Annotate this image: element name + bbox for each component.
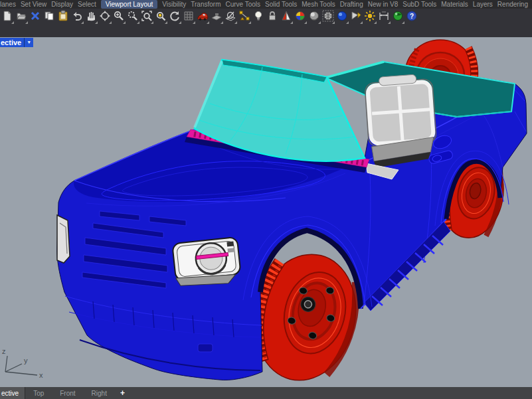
zoom-window-icon[interactable] — [141, 10, 153, 22]
osnap-icon[interactable] — [238, 10, 250, 22]
svg-text:y: y — [24, 357, 28, 364]
pan-icon[interactable] — [85, 10, 97, 22]
zoom-in-icon[interactable] — [113, 10, 125, 22]
options-icon[interactable] — [364, 10, 376, 22]
rotate-sphere-icon[interactable] — [99, 10, 111, 22]
perspective-viewport[interactable]: ective ▼ — [0, 37, 532, 387]
headlight-left — [57, 215, 70, 263]
svg-text:x: x — [39, 371, 43, 379]
help-icon[interactable]: ? — [406, 10, 418, 22]
shaded-view-icon[interactable] — [308, 10, 320, 22]
set-cplane-icon[interactable] — [224, 10, 236, 22]
menu-item-viewport-layout[interactable]: Viewport Layout — [101, 0, 158, 9]
menu-item-visibility[interactable]: Visibility — [162, 0, 186, 9]
view-tab-right[interactable]: Right — [84, 387, 115, 399]
menu-item-display[interactable]: Display — [51, 0, 73, 9]
open-file-icon[interactable] — [15, 10, 27, 22]
spotlight-icon[interactable] — [350, 10, 362, 22]
chevron-down-icon: ▼ — [27, 40, 31, 44]
menu-item-layers[interactable]: Layers — [473, 0, 493, 9]
paste-icon[interactable] — [57, 10, 69, 22]
menu-item-mesh-tools[interactable]: Mesh Tools — [302, 0, 335, 9]
menu-item-set-view[interactable]: Set View — [21, 0, 46, 9]
undo-icon[interactable] — [71, 10, 83, 22]
lock-icon[interactable] — [266, 10, 278, 22]
svg-text:?: ? — [410, 13, 414, 20]
zoom-selected-icon[interactable] — [155, 10, 167, 22]
main-toolbar: ? — [0, 9, 532, 37]
menu-item-transform[interactable]: Transform — [191, 0, 221, 9]
rendered-mesh-icon[interactable] — [322, 10, 334, 22]
seat-frame[interactable] — [364, 74, 438, 169]
named-views-icon[interactable] — [197, 10, 209, 22]
viewport-title-label[interactable]: ective — [0, 38, 24, 47]
menu-item-drafting[interactable]: Drafting — [340, 0, 363, 9]
view-tab-bar: ective Top Front Right + — [0, 387, 532, 399]
viewport-title-dropdown[interactable]: ▼ — [24, 38, 33, 47]
display-mode-icon[interactable] — [280, 10, 292, 22]
menu-item-curve-tools[interactable]: Curve Tools — [225, 0, 260, 9]
menu-item-subd-tools[interactable]: SubD Tools — [402, 0, 436, 9]
menu-item-new-in-v8[interactable]: New in V8 — [368, 0, 399, 9]
svg-text:z: z — [2, 347, 6, 355]
3d-scene[interactable]: z y x — [0, 37, 532, 387]
zoom-dynamic-icon[interactable] — [127, 10, 139, 22]
viewport-title[interactable]: ective ▼ — [0, 38, 33, 47]
menu-item-materials[interactable]: Materials — [441, 0, 468, 9]
color-icon[interactable] — [294, 10, 306, 22]
add-view-tab-button[interactable]: + — [115, 387, 130, 399]
cplane-object-icon[interactable] — [211, 10, 222, 22]
rotate-view-icon[interactable] — [169, 10, 181, 22]
grid-snap-icon[interactable] — [183, 10, 195, 22]
menu-bar: lanes Set View Display Select Viewport L… — [0, 0, 532, 9]
menu-item-select[interactable]: Select — [78, 0, 96, 9]
render-preview-icon[interactable] — [392, 10, 404, 22]
view-tab-front[interactable]: Front — [52, 387, 83, 399]
delete-icon[interactable] — [29, 10, 41, 22]
new-file-icon[interactable] — [1, 10, 13, 22]
visibility-icon[interactable] — [252, 10, 264, 22]
dimension-icon[interactable] — [378, 10, 390, 22]
view-tab-top[interactable]: Top — [25, 387, 52, 399]
render-icon[interactable] — [336, 10, 348, 22]
view-tab-perspective[interactable]: ective — [0, 387, 25, 399]
axis-gnomon: z y x — [2, 347, 43, 379]
menu-item-planes[interactable]: lanes — [0, 0, 16, 9]
menu-item-rendering[interactable]: Rendering — [497, 0, 528, 9]
copy-icon[interactable] — [43, 10, 55, 22]
menu-item-solid-tools[interactable]: Solid Tools — [265, 0, 297, 9]
